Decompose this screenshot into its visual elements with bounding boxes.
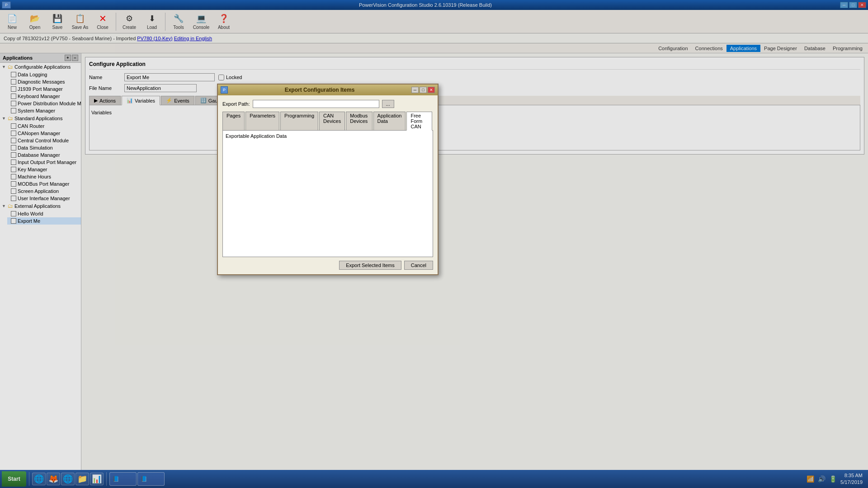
export-tab-bar: Pages Parameters Programming CAN Devices… <box>222 112 433 131</box>
export-path-input[interactable] <box>253 100 379 108</box>
modal-footer: Export Selected Items Cancel <box>222 261 433 270</box>
modal-overlay: P Export Configuration Items ─ □ ✕ Expor… <box>0 0 868 488</box>
export-tab-free-form-can[interactable]: Free Form CAN <box>406 112 432 131</box>
export-selected-button[interactable]: Export Selected Items <box>339 261 401 270</box>
modal-window-controls: ─ □ ✕ <box>411 87 435 93</box>
browse-button[interactable]: ... <box>382 100 394 108</box>
cancel-button[interactable]: Cancel <box>404 261 433 270</box>
export-dialog: P Export Configuration Items ─ □ ✕ Expor… <box>217 84 439 275</box>
modal-minimize-button[interactable]: ─ <box>411 87 419 93</box>
modal-maximize-button[interactable]: □ <box>420 87 427 93</box>
export-path-label: Export Path: <box>222 101 250 107</box>
export-tab-parameters[interactable]: Parameters <box>245 112 279 130</box>
export-path-row: Export Path: ... <box>222 100 433 108</box>
export-tab-modbus-devices[interactable]: Modbus Devices <box>346 112 372 130</box>
export-tab-programming[interactable]: Programming <box>280 112 318 130</box>
modal-app-icon: P <box>221 86 228 94</box>
modal-title: Export Configuration Items <box>228 87 411 93</box>
exportable-data-label: Exportable Application Data <box>226 133 430 139</box>
modal-title-bar: P Export Configuration Items ─ □ ✕ <box>218 84 438 95</box>
export-tab-pages[interactable]: Pages <box>222 112 245 130</box>
export-tab-can-devices[interactable]: CAN Devices <box>319 112 345 130</box>
modal-close-button[interactable]: ✕ <box>428 87 435 93</box>
export-tab-application-data[interactable]: Application Data <box>373 112 406 130</box>
export-content-area: Exportable Application Data <box>222 131 433 257</box>
modal-body: Export Path: ... Pages Parameters Progra… <box>218 95 438 274</box>
